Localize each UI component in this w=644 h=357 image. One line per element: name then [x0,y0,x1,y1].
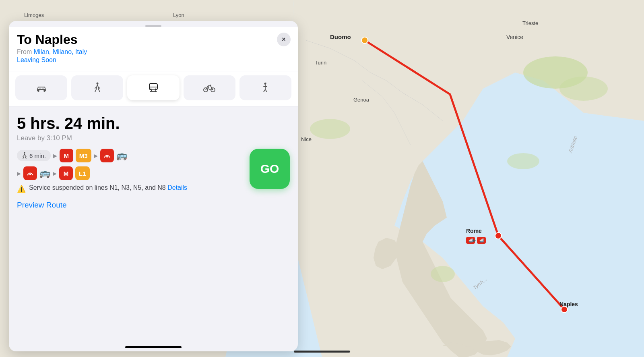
arrow-1: ▶ [53,153,57,159]
trenitalia-badge-1 [100,149,114,162]
svg-text:🚅: 🚅 [479,238,484,243]
panel: To Naples From Milan, Milano, Italy Leav… [9,21,298,351]
line-l1-badge: L1 [75,166,90,180]
svg-rect-27 [39,87,41,89]
svg-point-41 [29,174,31,175]
svg-text:Naples: Naples [559,301,578,307]
close-button[interactable]: × [277,33,291,46]
svg-rect-26 [294,351,350,353]
svg-text:Rome: Rome [466,228,482,234]
svg-point-29 [96,83,98,85]
svg-point-39 [24,152,25,154]
route-row-2: ▶ 🚌 ▶ M L1 [17,166,290,180]
transport-car[interactable] [15,75,67,100]
route-info: 5 hrs. 24 min. Leave by 3:10 PM 6 min. ▶… [9,106,298,342]
home-bar [125,346,182,348]
arrow-3: ▶ [17,170,21,176]
walk-pill: 6 min. [17,150,51,161]
svg-text:Turin: Turin [315,60,326,66]
go-button[interactable]: GO [250,149,290,189]
svg-rect-28 [42,87,44,89]
transport-transit[interactable] [127,75,179,100]
svg-text:Duomo: Duomo [330,33,351,40]
train-icon-2: 🚌 [39,168,50,178]
warning-text: Service suspended on lines N1, N3, N5, a… [29,184,187,191]
page-title: To Naples [17,33,290,47]
svg-text:▶: ▶ [473,238,476,243]
arrow-4: ▶ [53,170,57,176]
warning-details-link[interactable]: Details [167,184,187,191]
svg-point-3 [310,119,350,139]
svg-text:Genoa: Genoa [353,97,369,103]
transport-rideshare[interactable] [239,75,291,100]
route-steps-container: 6 min. ▶ M M3 ▶ 🚌 [17,149,290,184]
preview-route-button[interactable]: Preview Route [17,201,290,210]
line-m-badge-2: M [59,166,73,180]
from-label: From [17,48,32,55]
svg-point-40 [106,156,108,158]
leave-by: Leave by 3:10 PM [17,134,290,142]
svg-text:Limoges: Limoges [24,12,44,18]
svg-point-7 [495,232,502,239]
svg-point-32 [151,89,152,90]
svg-text:Lyon: Lyon [173,12,184,18]
line-m-badge: M [60,149,73,162]
leaving-soon[interactable]: Leaving Soon [17,56,290,64]
warning-icon: ⚠️ [17,185,26,193]
svg-text:Trieste: Trieste [522,20,538,26]
go-label: GO [260,162,279,176]
transport-bike[interactable] [184,75,235,100]
svg-point-5 [431,266,455,282]
warning: ⚠️ Service suspended on lines N1, N3, N5… [17,184,290,193]
svg-point-37 [210,85,211,86]
svg-point-2 [559,77,608,101]
header: To Naples From Milan, Milano, Italy Leav… [9,27,298,71]
line-m3-badge: M3 [76,149,91,162]
train-icon-1: 🚌 [116,150,127,161]
transport-walk[interactable] [71,75,123,100]
svg-text:Venice: Venice [506,34,523,40]
svg-point-6 [361,37,368,44]
svg-text:Nice: Nice [301,136,312,142]
arrow-2: ▶ [94,153,98,159]
svg-text:🚅: 🚅 [469,238,473,243]
trenitalia-badge-2 [23,166,37,180]
subtitle: From Milan, Milano, Italy [17,48,290,56]
svg-point-4 [507,153,539,169]
route-row-1: 6 min. ▶ M M3 ▶ 🚌 [17,149,290,162]
svg-point-33 [155,89,157,90]
transport-modes [9,71,298,106]
duration: 5 hrs. 24 min. [17,114,290,133]
from-location[interactable]: Milan, Milano, Italy [34,48,87,55]
walk-duration: 6 min. [29,152,46,159]
